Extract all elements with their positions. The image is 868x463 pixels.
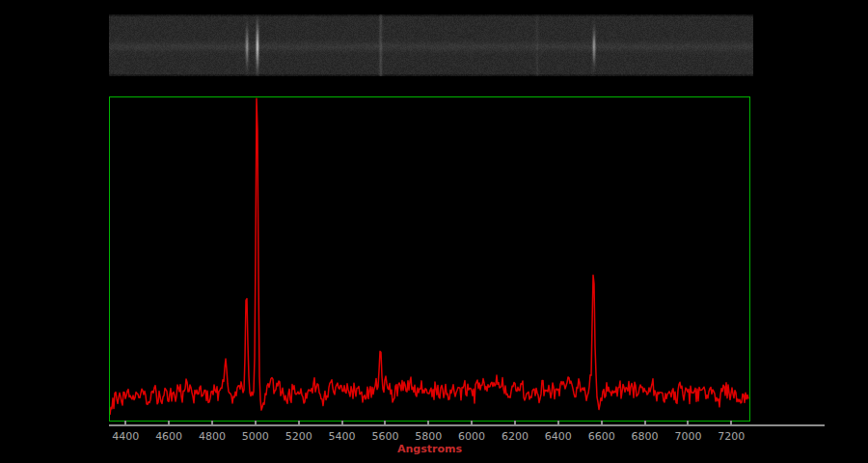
x-axis-tick-label: 6000	[458, 431, 485, 443]
x-axis-tick-label: 4600	[155, 431, 182, 443]
spectrum-1d-plot	[110, 97, 749, 421]
x-axis-tick	[427, 421, 429, 424]
x-axis-tick-label: 6600	[588, 431, 615, 443]
x-axis-tick-label: 6200	[502, 431, 529, 443]
x-axis-tick	[730, 421, 732, 424]
x-axis-tick-label: 4800	[199, 431, 226, 443]
x-axis-tick-label: 5800	[415, 431, 442, 443]
x-axis-tick-label: 7000	[674, 431, 701, 443]
x-axis-tick-label: 5000	[242, 431, 269, 443]
x-axis-tick	[124, 421, 126, 424]
x-axis-tick	[644, 421, 646, 424]
x-axis-tick	[601, 421, 603, 424]
x-axis-tick	[341, 421, 343, 424]
spectroscopy-display: { "noise_seed": 77, "frame": { "border_c…	[0, 0, 868, 463]
spectrum-plot-frame	[109, 96, 750, 422]
x-axis-tick-label: 5200	[285, 431, 312, 443]
x-axis-tick-label: 6800	[632, 431, 659, 443]
x-axis-tick-label: 4400	[112, 431, 139, 443]
x-axis-tick	[514, 421, 516, 424]
x-axis-title: Angstroms	[109, 444, 750, 455]
x-axis-tick	[687, 421, 689, 424]
x-axis-tick-label: 5400	[329, 431, 356, 443]
x-axis-tick-label: 5600	[371, 431, 398, 443]
x-axis-tick	[557, 421, 559, 424]
spectrum-2d-strip-image	[109, 14, 753, 76]
x-axis-tick-label: 6400	[545, 431, 572, 443]
x-axis-tick	[384, 421, 386, 424]
x-axis-tick	[298, 421, 300, 424]
x-axis-tick-label: 7200	[718, 431, 745, 443]
x-axis-tick	[471, 421, 473, 424]
x-axis-tick	[255, 421, 257, 424]
x-axis-tick	[168, 421, 170, 424]
x-axis-tick	[211, 421, 213, 424]
x-axis-line	[109, 424, 825, 426]
